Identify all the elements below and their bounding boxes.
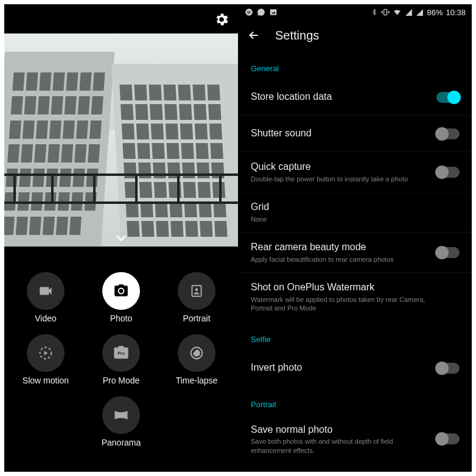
mode-portrait[interactable]: Portrait — [170, 272, 223, 323]
mode-slow-motion[interactable]: Slow motion — [19, 334, 72, 385]
settings-gear-icon[interactable] — [214, 12, 229, 27]
settings-screen: 86% 10:38 Settings General Store locatio… — [238, 4, 472, 472]
toggle-invert-photo[interactable] — [436, 363, 460, 374]
svg-rect-7 — [270, 9, 277, 15]
toggle-beauty-mode[interactable] — [436, 247, 460, 258]
toggle-save-normal[interactable] — [436, 433, 460, 444]
camera-mode-grid: Video Photo Portrait Slow motion — [4, 266, 238, 447]
page-title: Settings — [275, 29, 319, 43]
svg-point-1 — [195, 288, 198, 291]
mode-video[interactable]: Video — [19, 272, 72, 323]
svg-text:Pro: Pro — [117, 351, 125, 355]
toggle-shutter-sound[interactable] — [436, 128, 460, 139]
image-icon — [269, 8, 278, 16]
settings-header: Settings — [239, 20, 472, 51]
section-portrait: Portrait — [239, 387, 472, 415]
clock-text: 10:38 — [446, 8, 466, 17]
row-store-location[interactable]: Store location data — [239, 79, 472, 116]
row-grid[interactable]: Grid None — [239, 192, 472, 233]
row-shutter-sound[interactable]: Shutter sound — [239, 116, 472, 152]
svg-marker-3 — [44, 351, 48, 355]
section-general: General — [239, 51, 472, 79]
toggle-store-location[interactable] — [436, 92, 460, 103]
status-bar: 86% 10:38 — [239, 4, 472, 20]
portrait-icon — [178, 272, 215, 310]
signal-icon-1 — [405, 9, 413, 16]
vibrate-icon — [381, 8, 390, 16]
signal-icon-2 — [416, 9, 424, 16]
slow-motion-icon — [27, 334, 65, 372]
section-selfie: Selfie — [239, 321, 472, 350]
camera-screen: Video Photo Portrait Slow motion — [4, 4, 238, 472]
row-quick-capture[interactable]: Quick capture Double-tap the power butto… — [239, 152, 472, 192]
pro-mode-icon: Pro — [102, 334, 140, 372]
row-beauty-mode[interactable]: Rear camera beauty mode Apply facial bea… — [239, 233, 472, 273]
row-invert-photo[interactable]: Invert photo — [239, 350, 472, 387]
mode-panorama[interactable]: Panorama — [94, 396, 148, 447]
mode-time-lapse[interactable]: Time-lapse — [170, 334, 223, 385]
bluetooth-icon — [371, 8, 378, 16]
battery-text: 86% — [427, 8, 443, 17]
back-button[interactable] — [247, 29, 261, 42]
panorama-icon — [102, 396, 140, 434]
spotify-icon — [245, 8, 253, 16]
chevron-down-icon[interactable] — [113, 229, 130, 242]
toggle-quick-capture[interactable] — [436, 167, 460, 178]
svg-rect-8 — [384, 9, 387, 15]
video-icon — [27, 272, 65, 310]
row-save-normal[interactable]: Save normal photo Save both photos with … — [239, 415, 472, 463]
camera-viewfinder[interactable] — [4, 33, 238, 247]
camera-icon — [102, 272, 140, 310]
mode-pro[interactable]: Pro Pro Mode — [94, 334, 148, 385]
mode-photo[interactable]: Photo — [94, 272, 148, 323]
time-lapse-icon — [178, 334, 215, 372]
row-watermark[interactable]: Shot on OnePlus Watermark Watermark will… — [239, 273, 472, 321]
wifi-icon — [393, 8, 402, 16]
chat-icon — [257, 8, 265, 16]
